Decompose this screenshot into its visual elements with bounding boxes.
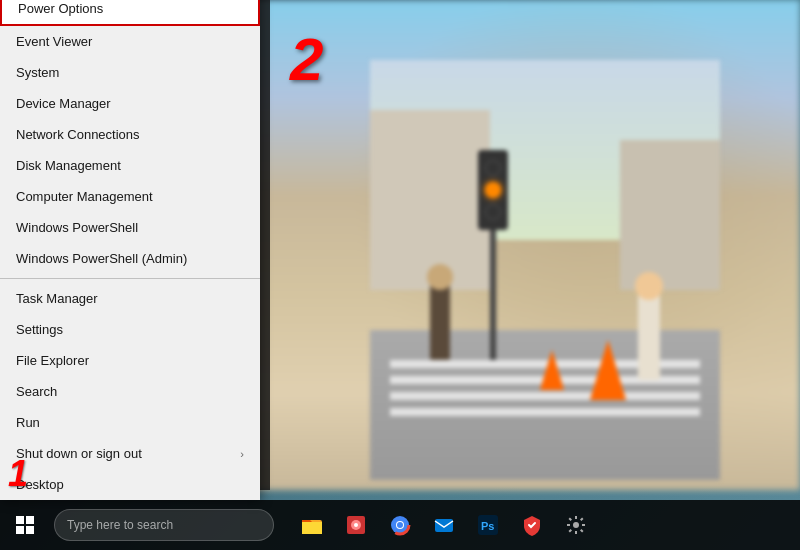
menu-item-label-file-explorer: File Explorer: [16, 353, 89, 368]
start-button[interactable]: [0, 500, 50, 550]
menu-item-label-task-manager: Task Manager: [16, 291, 98, 306]
menu-item-label-computer-management: Computer Management: [16, 189, 153, 204]
menu-divider: [0, 278, 260, 279]
menu-item-label-network-connections: Network Connections: [16, 127, 140, 142]
settings-icon: [565, 514, 587, 536]
menu-item-desktop[interactable]: Desktop: [0, 469, 260, 500]
folder-icon: [301, 514, 323, 536]
annotation-number-1: 1: [8, 453, 28, 495]
menu-item-search[interactable]: Search: [0, 376, 260, 407]
menu-item-windows-powershell-admin[interactable]: Windows PowerShell (Admin): [0, 243, 260, 274]
taskbar-app-icons: Ps: [294, 507, 594, 543]
menu-item-power-options[interactable]: Power Options: [0, 0, 260, 26]
mail-taskbar-icon[interactable]: [426, 507, 462, 543]
svg-point-3: [354, 523, 358, 527]
menu-item-system[interactable]: System: [0, 57, 260, 88]
menu-item-label-device-manager: Device Manager: [16, 96, 111, 111]
photos-icon: [345, 514, 367, 536]
menu-item-shut-down[interactable]: Shut down or sign out›: [0, 438, 260, 469]
menu-item-settings[interactable]: Settings: [0, 314, 260, 345]
mail-icon: [433, 514, 455, 536]
menu-item-network-connections[interactable]: Network Connections: [0, 119, 260, 150]
menu-item-label-disk-management: Disk Management: [16, 158, 121, 173]
svg-rect-8: [435, 519, 453, 532]
annotation-number-2: 2: [290, 25, 323, 94]
menu-item-label-windows-powershell: Windows PowerShell: [16, 220, 138, 235]
menu-item-device-manager[interactable]: Device Manager: [0, 88, 260, 119]
menu-item-label-system: System: [16, 65, 59, 80]
context-menu: Apps Apps and FeaturesMobility CenterPow…: [0, 0, 260, 500]
settings-taskbar-icon[interactable]: [558, 507, 594, 543]
chrome-taskbar-icon[interactable]: [382, 507, 418, 543]
file-explorer-taskbar-icon[interactable]: [294, 507, 330, 543]
photoshop-taskbar-icon[interactable]: Ps: [470, 507, 506, 543]
security-taskbar-icon[interactable]: [514, 507, 550, 543]
menu-item-run[interactable]: Run: [0, 407, 260, 438]
menu-item-label-search: Search: [16, 384, 57, 399]
photos-taskbar-icon[interactable]: [338, 507, 374, 543]
menu-item-label-shut-down: Shut down or sign out: [16, 446, 142, 461]
menu-item-label-power-options: Power Options: [18, 1, 103, 16]
menu-item-disk-management[interactable]: Disk Management: [0, 150, 260, 181]
photoshop-icon: Ps: [477, 514, 499, 536]
menu-item-label-event-viewer: Event Viewer: [16, 34, 92, 49]
menu-item-task-manager[interactable]: Task Manager: [0, 283, 260, 314]
menu-item-label-windows-powershell-admin: Windows PowerShell (Admin): [16, 251, 187, 266]
menu-item-file-explorer[interactable]: File Explorer: [0, 345, 260, 376]
windows-logo-icon: [16, 516, 34, 534]
svg-text:Ps: Ps: [481, 520, 494, 532]
menu-item-computer-management[interactable]: Computer Management: [0, 181, 260, 212]
menu-item-windows-powershell[interactable]: Windows PowerShell: [0, 212, 260, 243]
svg-point-7: [397, 522, 403, 528]
menu-item-arrow-shut-down: ›: [240, 448, 244, 460]
taskbar-search-placeholder: Type here to search: [67, 518, 173, 532]
menu-item-event-viewer[interactable]: Event Viewer: [0, 26, 260, 57]
menu-item-label-settings: Settings: [16, 322, 63, 337]
taskbar-search[interactable]: Type here to search: [54, 509, 274, 541]
svg-point-11: [573, 522, 579, 528]
taskbar: Type here to search: [0, 500, 800, 550]
chrome-icon: [389, 514, 411, 536]
shield-icon: [521, 514, 543, 536]
menu-item-label-run: Run: [16, 415, 40, 430]
